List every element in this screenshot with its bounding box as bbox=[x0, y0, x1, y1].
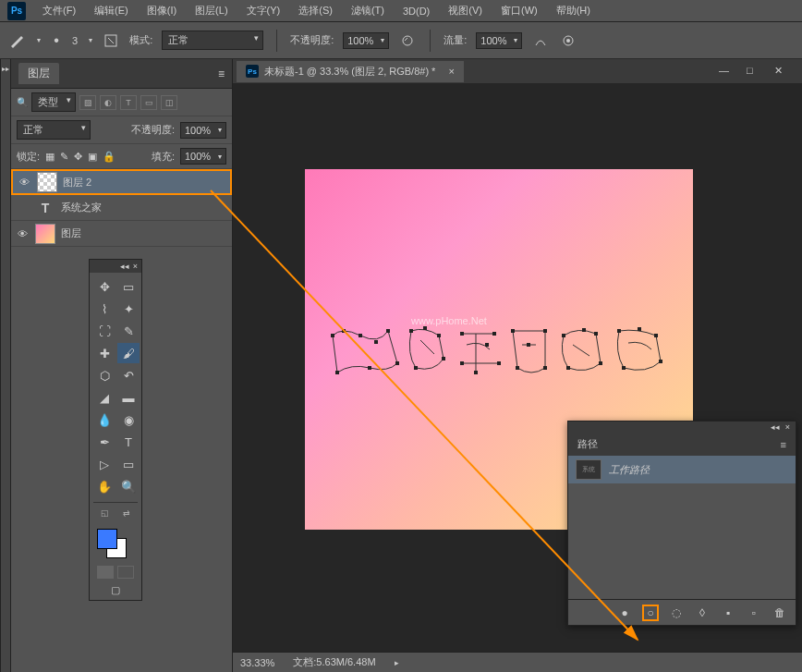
menu-file[interactable]: 文件(F) bbox=[33, 0, 85, 21]
menu-type[interactable]: 文字(Y) bbox=[237, 0, 290, 21]
delete-path-button[interactable]: 🗑 bbox=[772, 605, 788, 621]
brush-size-value[interactable]: 3 bbox=[72, 35, 78, 46]
close-button[interactable]: ✕ bbox=[774, 65, 787, 78]
tool-preset-dropdown[interactable]: ▾ bbox=[37, 36, 41, 44]
opacity-input[interactable]: 100%▾ bbox=[343, 32, 389, 49]
airbrush-icon[interactable] bbox=[531, 31, 550, 50]
lock-transparency-icon[interactable]: ▦ bbox=[45, 151, 55, 163]
standard-mode-button[interactable] bbox=[97, 566, 114, 579]
move-tool[interactable]: ✥ bbox=[93, 276, 115, 297]
lock-position-icon[interactable]: ✥ bbox=[74, 151, 82, 163]
blend-mode-select[interactable]: 正常 bbox=[162, 31, 263, 50]
menu-image[interactable]: 图像(I) bbox=[138, 0, 186, 21]
brush-size-dropdown[interactable]: ▾ bbox=[89, 36, 92, 44]
path-name-label[interactable]: 工作路径 bbox=[609, 463, 650, 477]
paths-collapse-bar[interactable]: ◂◂ × bbox=[568, 422, 796, 433]
blur-tool[interactable]: 💧 bbox=[93, 409, 115, 430]
new-path-button[interactable]: ▫ bbox=[746, 605, 762, 621]
lock-nested-icon[interactable]: ▣ bbox=[88, 151, 97, 163]
tools-panel[interactable]: ◂◂ × ✥ ▭ ⌇ ✦ ⛶ ✎ ✚ 🖌 ⬡ ↶ ◢ ▬ 💧 ◉ ✒ T ▷ ▭… bbox=[89, 259, 142, 601]
paths-menu-icon[interactable]: ≡ bbox=[781, 439, 786, 450]
filter-text-icon[interactable]: T bbox=[120, 95, 137, 110]
lock-pixels-icon[interactable]: ✎ bbox=[60, 151, 68, 163]
fill-path-button[interactable]: ● bbox=[616, 605, 633, 621]
menu-3d[interactable]: 3D(D) bbox=[394, 2, 439, 20]
menu-help[interactable]: 帮助(H) bbox=[547, 0, 600, 21]
document-tab[interactable]: Ps 未标题-1 @ 33.3% (图层 2, RGB/8#) * × bbox=[237, 61, 464, 82]
quickmask-mode-button[interactable] bbox=[117, 566, 134, 579]
visibility-toggle[interactable]: 👁 bbox=[17, 175, 31, 189]
layer-item[interactable]: T 系统之家 bbox=[11, 195, 232, 221]
default-colors-icon[interactable]: ◱ bbox=[101, 508, 109, 518]
hand-tool[interactable]: ✋ bbox=[93, 476, 115, 496]
filter-type-select[interactable]: 类型 bbox=[31, 92, 76, 112]
menu-edit[interactable]: 编辑(E) bbox=[85, 0, 138, 21]
visibility-toggle[interactable]: 👁 bbox=[15, 226, 30, 241]
lock-all-icon[interactable]: 🔒 bbox=[103, 151, 115, 163]
layer-opacity-input[interactable]: 100%▾ bbox=[180, 122, 226, 139]
close-tab-icon[interactable]: × bbox=[448, 66, 454, 77]
layer-name-label[interactable]: 图层 2 bbox=[63, 176, 226, 189]
visibility-toggle[interactable] bbox=[15, 201, 30, 215]
path-select-tool[interactable]: ▷ bbox=[93, 454, 115, 474]
left-collapse-tab[interactable]: ▸▸ bbox=[0, 59, 11, 672]
fill-input[interactable]: 100%▾ bbox=[180, 148, 226, 165]
type-tool[interactable]: T bbox=[117, 432, 140, 452]
crop-tool[interactable]: ⛶ bbox=[93, 321, 115, 341]
menu-window[interactable]: 窗口(W) bbox=[492, 0, 547, 21]
menu-view[interactable]: 视图(V) bbox=[439, 0, 492, 21]
zoom-level[interactable]: 33.33% bbox=[240, 657, 274, 668]
filter-shape-icon[interactable]: ▭ bbox=[140, 95, 157, 110]
layer-thumbnail[interactable] bbox=[35, 224, 55, 244]
history-brush-tool[interactable]: ↶ bbox=[117, 365, 140, 385]
stroke-path-button[interactable]: ○ bbox=[642, 605, 659, 621]
filter-adjust-icon[interactable]: ◐ bbox=[100, 95, 116, 110]
maximize-button[interactable]: □ bbox=[747, 65, 759, 78]
healing-tool[interactable]: ✚ bbox=[93, 343, 115, 363]
shape-tool[interactable]: ▭ bbox=[117, 454, 140, 474]
layers-tab[interactable]: 图层 bbox=[18, 63, 59, 84]
screen-mode-button[interactable]: ▢ bbox=[93, 584, 138, 596]
menu-filter[interactable]: 滤镜(T) bbox=[342, 0, 394, 21]
wand-tool[interactable]: ✦ bbox=[117, 299, 140, 319]
pen-tool[interactable]: ✒ bbox=[93, 432, 115, 452]
flow-input[interactable]: 100%▾ bbox=[476, 32, 522, 49]
layer-name-label[interactable]: 图层 bbox=[61, 226, 228, 240]
swap-colors-icon[interactable]: ⇄ bbox=[123, 508, 130, 518]
path-to-selection-button[interactable]: ◌ bbox=[668, 605, 685, 621]
paths-tab[interactable]: 路径 bbox=[577, 437, 598, 451]
layer-item[interactable]: 👁 图层 bbox=[11, 221, 232, 247]
brush-tool[interactable]: 🖌 bbox=[117, 343, 140, 363]
pressure-opacity-icon[interactable] bbox=[398, 31, 417, 50]
filter-pixel-icon[interactable]: ▧ bbox=[79, 95, 96, 110]
layer-name-label[interactable]: 系统之家 bbox=[61, 201, 228, 214]
eraser-tool[interactable]: ◢ bbox=[93, 387, 115, 408]
minimize-button[interactable]: — bbox=[719, 65, 732, 78]
eyedropper-tool[interactable]: ✎ bbox=[117, 321, 140, 341]
path-item[interactable]: 系统 工作路径 bbox=[568, 456, 796, 483]
layer-thumbnail[interactable] bbox=[37, 172, 57, 192]
foreground-color[interactable] bbox=[97, 529, 117, 549]
brush-tool-icon[interactable] bbox=[7, 31, 26, 50]
status-dropdown-icon[interactable]: ▸ bbox=[395, 658, 399, 667]
pressure-size-icon[interactable] bbox=[559, 31, 577, 50]
zoom-tool[interactable]: 🔍 bbox=[117, 476, 140, 496]
stamp-tool[interactable]: ⬡ bbox=[93, 365, 115, 385]
add-mask-button[interactable]: ▪ bbox=[720, 605, 736, 621]
dodge-tool[interactable]: ◉ bbox=[117, 409, 140, 430]
brush-panel-toggle[interactable] bbox=[102, 31, 120, 50]
filter-smart-icon[interactable]: ◫ bbox=[161, 95, 177, 110]
marquee-tool[interactable]: ▭ bbox=[117, 276, 140, 297]
menu-select[interactable]: 选择(S) bbox=[289, 0, 342, 21]
layer-blend-select[interactable]: 正常 bbox=[17, 120, 91, 140]
gradient-tool[interactable]: ▬ bbox=[117, 387, 140, 408]
tools-panel-header[interactable]: ◂◂ × bbox=[90, 260, 141, 273]
lasso-tool[interactable]: ⌇ bbox=[93, 299, 115, 319]
layer-item[interactable]: 👁 图层 2 bbox=[11, 169, 232, 195]
menu-layer[interactable]: 图层(L) bbox=[186, 0, 237, 21]
selection-to-path-button[interactable]: ◊ bbox=[694, 605, 711, 621]
paths-panel[interactable]: ◂◂ × 路径 ≡ 系统 工作路径 ● ○ ◌ ◊ ▪ ▫ 🗑 bbox=[567, 421, 796, 626]
text-path-outline bbox=[323, 317, 674, 400]
doc-size-info[interactable]: 文档:5.63M/6.48M bbox=[293, 655, 375, 669]
panel-menu-icon[interactable]: ≡ bbox=[218, 67, 225, 80]
